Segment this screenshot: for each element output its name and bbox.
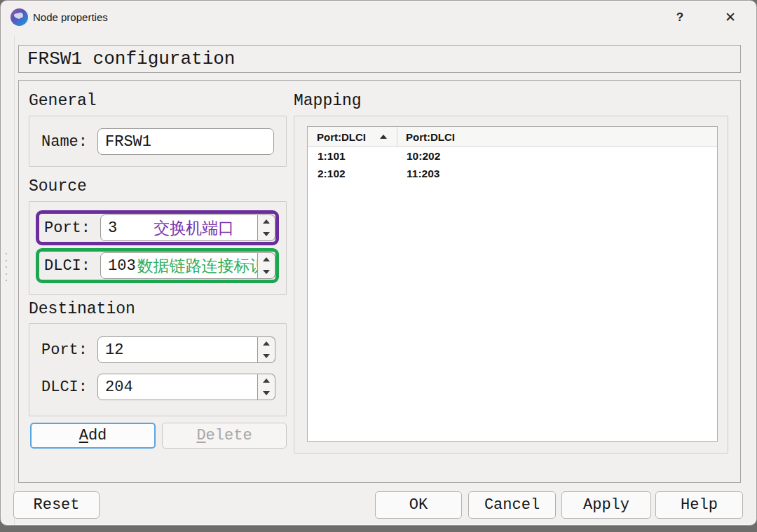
column-header-source[interactable]: Port:DLCI bbox=[308, 127, 397, 146]
source-section-label: Source bbox=[29, 177, 87, 196]
spin-down-button[interactable] bbox=[258, 387, 275, 400]
column-header-destination[interactable]: Port:DLCI bbox=[397, 127, 717, 146]
destination-section-label: Destination bbox=[29, 300, 135, 318]
source-port-dlci-cell: 2:102 bbox=[308, 168, 397, 180]
destination-port-dlci-cell: 11:203 bbox=[397, 168, 717, 180]
ok-button[interactable]: OK bbox=[375, 491, 462, 519]
source-dlci-value: 103 bbox=[108, 257, 136, 275]
node-properties-dialog: Node properties ? ✕ FRSW1 configuration … bbox=[0, 0, 757, 526]
destination-port-value: 12 bbox=[105, 341, 123, 359]
sort-ascending-icon bbox=[380, 135, 387, 139]
destination-port-dlci-cell: 10:202 bbox=[397, 150, 717, 163]
reset-button[interactable]: Reset bbox=[13, 491, 100, 519]
name-value: FRSW1 bbox=[105, 133, 151, 151]
title-bar[interactable]: Node properties ? ✕ bbox=[1, 1, 756, 34]
source-port-input[interactable]: 3 交换机端口 bbox=[100, 214, 258, 241]
source-dlci-spinner bbox=[258, 252, 275, 279]
spin-up-button[interactable] bbox=[258, 215, 275, 228]
source-port-label: Port: bbox=[44, 219, 100, 237]
apply-button[interactable]: Apply bbox=[561, 491, 651, 519]
mapping-table[interactable]: Port:DLCI Port:DLCI 1:101 10:202 2:102 1… bbox=[307, 126, 718, 442]
source-port-highlight: Port: 3 交换机端口 bbox=[36, 210, 279, 245]
table-row[interactable]: 2:102 11:203 bbox=[308, 165, 717, 182]
destination-port-spinner bbox=[258, 336, 275, 363]
spin-down-button[interactable] bbox=[258, 266, 275, 278]
destination-port-label: Port: bbox=[41, 341, 88, 359]
source-port-dlci-cell: 1:101 bbox=[308, 150, 397, 163]
spin-down-button[interactable] bbox=[258, 228, 275, 240]
configuration-title: FRSW1 configuration bbox=[27, 48, 235, 69]
spin-up-button[interactable] bbox=[258, 337, 275, 350]
close-button[interactable]: ✕ bbox=[713, 1, 748, 34]
delete-button[interactable]: Delete bbox=[162, 423, 287, 449]
mapping-section-label: Mapping bbox=[294, 92, 362, 110]
table-row[interactable]: 1:101 10:202 bbox=[308, 147, 717, 165]
name-label: Name: bbox=[41, 133, 88, 151]
source-dlci-label: DLCI: bbox=[44, 257, 100, 275]
cancel-button[interactable]: Cancel bbox=[468, 491, 556, 519]
help-titlebar-button[interactable]: ? bbox=[662, 1, 697, 34]
configuration-header: FRSW1 configuration bbox=[18, 45, 741, 73]
source-dlci-input[interactable]: 103 数据链路连接标识 bbox=[100, 252, 258, 279]
mapping-table-header: Port:DLCI Port:DLCI bbox=[308, 127, 717, 147]
source-dlci-highlight: DLCI: 103 数据链路连接标识 bbox=[36, 248, 279, 283]
destination-dlci-label: DLCI: bbox=[41, 378, 88, 396]
source-port-spinner bbox=[258, 214, 275, 241]
window-title: Node properties bbox=[33, 1, 108, 34]
source-dlci-annotation: 数据链路连接标识 bbox=[137, 255, 258, 277]
source-port-value: 3 bbox=[108, 219, 117, 237]
spin-up-button[interactable] bbox=[258, 374, 275, 387]
source-port-annotation: 交换机端口 bbox=[154, 217, 234, 239]
spin-down-button[interactable] bbox=[258, 350, 275, 362]
destination-dlci-input[interactable]: 204 bbox=[97, 374, 258, 400]
general-section-label: General bbox=[29, 92, 97, 110]
panel-divider bbox=[14, 36, 15, 525]
add-button[interactable]: Add bbox=[30, 423, 156, 449]
gns3-app-icon bbox=[11, 8, 28, 26]
destination-dlci-value: 204 bbox=[105, 378, 133, 396]
splitter-handle[interactable] bbox=[5, 253, 8, 281]
help-button[interactable]: Help bbox=[655, 491, 743, 519]
name-input[interactable]: FRSW1 bbox=[97, 128, 274, 155]
destination-dlci-spinner bbox=[258, 374, 275, 400]
spin-up-button[interactable] bbox=[258, 253, 275, 266]
destination-port-input[interactable]: 12 bbox=[97, 336, 258, 363]
